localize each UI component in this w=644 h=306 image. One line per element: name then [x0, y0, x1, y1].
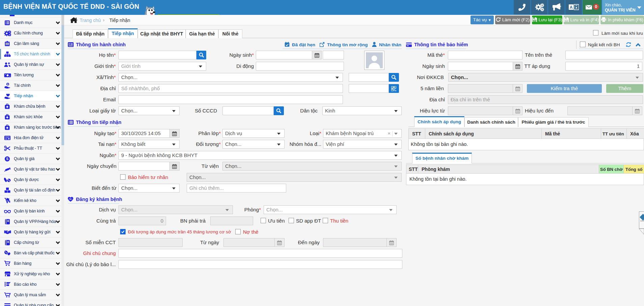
svg-text:S: S [6, 157, 8, 161]
svg-text:$: $ [7, 83, 8, 86]
svg-text:A: A [570, 5, 573, 10]
svg-text:x: x [575, 5, 578, 9]
